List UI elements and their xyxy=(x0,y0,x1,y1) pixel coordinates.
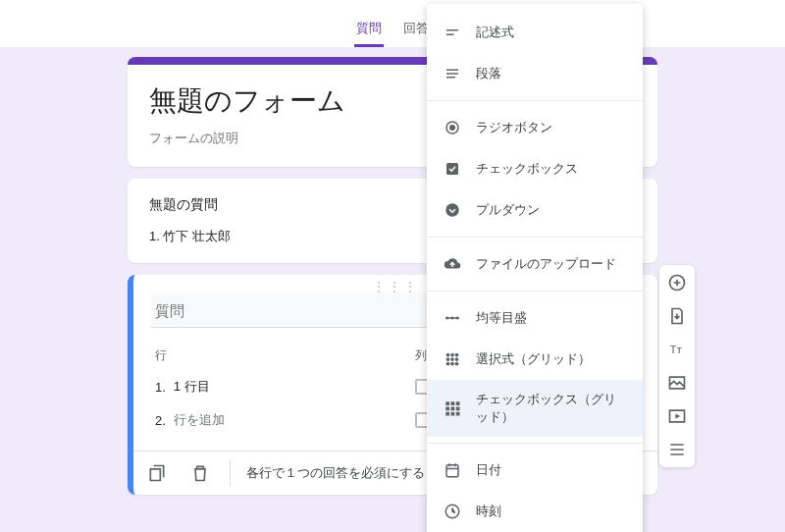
svg-point-6 xyxy=(449,125,455,131)
scale-icon xyxy=(443,308,462,328)
tab-questions[interactable]: 質問 xyxy=(354,20,384,47)
svg-rect-28 xyxy=(451,412,455,416)
grid-checkbox-icon xyxy=(443,399,462,418)
svg-point-19 xyxy=(450,362,454,366)
grid-row-item[interactable]: 1.1 行目 xyxy=(155,378,376,396)
add-section-icon[interactable] xyxy=(665,438,689,461)
svg-text:Tт: Tт xyxy=(670,343,683,355)
delete-icon[interactable] xyxy=(186,459,214,487)
add-question-icon[interactable] xyxy=(665,271,689,294)
type-file-upload[interactable]: ファイルのアップロード xyxy=(427,243,643,285)
type-checkbox[interactable]: チェックボックス xyxy=(427,148,643,189)
radio-icon xyxy=(443,118,462,137)
add-row-button[interactable]: 2.行を追加 xyxy=(155,411,376,429)
duplicate-icon[interactable] xyxy=(143,459,171,487)
svg-point-16 xyxy=(450,357,454,361)
top-tabs: 質問 回答 xyxy=(0,0,785,47)
checkbox-checked-icon xyxy=(443,159,462,179)
type-date[interactable]: 日付 xyxy=(427,450,643,491)
grid-radio-icon xyxy=(443,349,462,369)
type-dropdown[interactable]: プルダウン xyxy=(427,189,643,231)
add-video-icon[interactable] xyxy=(665,404,689,428)
type-short-answer[interactable]: 記述式 xyxy=(427,12,643,53)
svg-point-15 xyxy=(446,357,450,361)
calendar-icon xyxy=(443,460,462,480)
svg-rect-7 xyxy=(446,163,458,175)
svg-point-8 xyxy=(445,203,459,217)
type-linear-scale[interactable]: 均等目盛 xyxy=(427,297,643,339)
rows-column: 行 1.1 行目 2.行を追加 xyxy=(155,347,376,445)
paragraph-icon xyxy=(443,64,462,83)
short-answer-icon xyxy=(443,23,462,42)
clock-icon xyxy=(443,502,462,521)
svg-rect-22 xyxy=(451,401,455,405)
svg-point-9 xyxy=(445,317,448,320)
svg-point-14 xyxy=(455,353,459,357)
svg-rect-24 xyxy=(445,407,449,411)
add-image-icon[interactable] xyxy=(665,371,689,395)
import-icon[interactable] xyxy=(665,304,689,328)
rows-header: 行 xyxy=(155,347,376,364)
svg-point-10 xyxy=(451,317,454,320)
type-time[interactable]: 時刻 xyxy=(427,491,643,532)
type-paragraph[interactable]: 段落 xyxy=(427,53,643,94)
type-grid-checkbox[interactable]: チェックボックス（グリッド） xyxy=(427,380,643,437)
svg-rect-26 xyxy=(456,407,460,411)
svg-point-17 xyxy=(455,357,459,361)
svg-rect-23 xyxy=(456,401,460,405)
question-type-dropdown: 記述式 段落 ラジオボタン チェックボックス プルダウン ファイルのアップロード… xyxy=(427,4,643,532)
svg-point-11 xyxy=(456,317,459,320)
svg-rect-25 xyxy=(451,407,455,411)
svg-point-18 xyxy=(446,362,450,366)
required-label: 各行で１つの回答を必須にする xyxy=(246,464,425,482)
svg-point-12 xyxy=(446,353,450,357)
svg-point-20 xyxy=(455,362,459,366)
svg-rect-29 xyxy=(456,412,460,416)
svg-point-13 xyxy=(450,353,454,357)
svg-rect-27 xyxy=(445,412,449,416)
cloud-upload-icon xyxy=(443,254,462,274)
svg-rect-21 xyxy=(445,401,449,405)
pulldown-icon xyxy=(443,200,462,220)
svg-rect-30 xyxy=(446,465,458,477)
type-radio[interactable]: ラジオボタン xyxy=(427,107,643,148)
type-grid-radio[interactable]: 選択式（グリッド） xyxy=(427,339,643,380)
side-toolbar: Tт xyxy=(659,265,695,467)
add-title-icon[interactable]: Tт xyxy=(665,338,689,361)
